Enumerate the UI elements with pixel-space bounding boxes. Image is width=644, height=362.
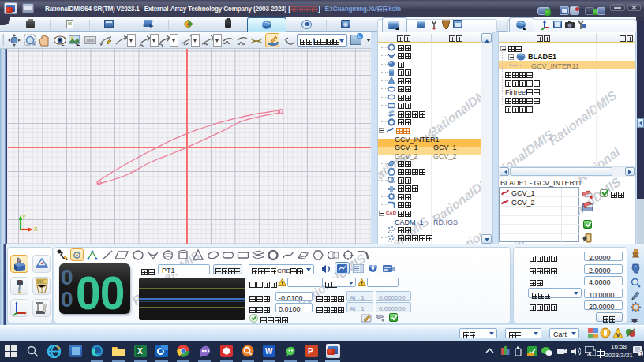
svg-text:UIA: UIA bbox=[37, 279, 44, 284]
svg-text:1: 1 bbox=[640, 351, 643, 356]
svg-text:X: X bbox=[34, 226, 38, 232]
svg-text:Y: Y bbox=[22, 215, 26, 220]
svg-text:V: V bbox=[616, 331, 621, 338]
